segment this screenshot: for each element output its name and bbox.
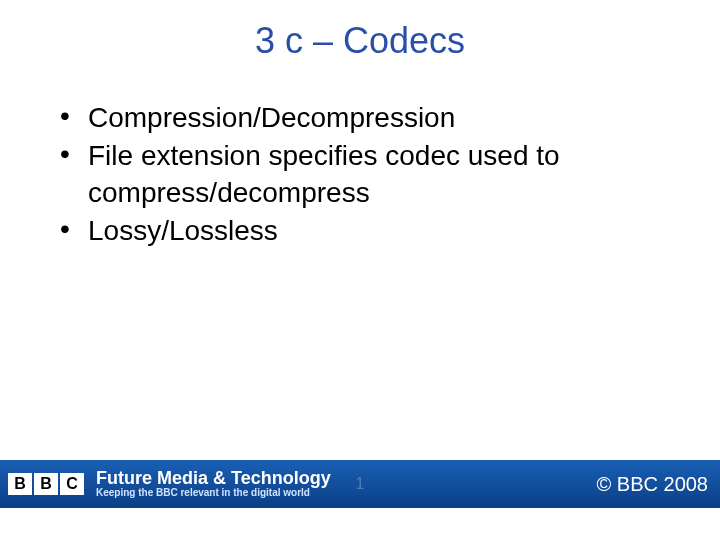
bbc-logo-letter: B bbox=[34, 473, 58, 495]
footer-sub-line: Keeping the BBC relevant in the digital … bbox=[96, 488, 331, 499]
slide-number: 1 bbox=[356, 475, 365, 493]
bullet-text: File extension specifies codec used to c… bbox=[88, 138, 680, 211]
bullet-text: Lossy/Lossless bbox=[88, 213, 680, 249]
bbc-logo-letter: B bbox=[8, 473, 32, 495]
bullet-dot-icon: • bbox=[60, 98, 88, 134]
footer-text-block: Future Media & Technology Keeping the BB… bbox=[96, 469, 331, 498]
bullet-item: • Compression/Decompression bbox=[60, 100, 680, 136]
copyright-text: © BBC 2008 bbox=[597, 473, 720, 496]
footer-bar: B B C Future Media & Technology Keeping … bbox=[0, 460, 720, 508]
bullet-dot-icon: • bbox=[60, 211, 88, 247]
footer-main-line: Future Media & Technology bbox=[96, 469, 331, 488]
bbc-logo-letter: C bbox=[60, 473, 84, 495]
slide-title: 3 c – Codecs bbox=[0, 20, 720, 62]
slide-body: • Compression/Decompression • File exten… bbox=[60, 100, 680, 252]
slide: 3 c – Codecs • Compression/Decompression… bbox=[0, 0, 720, 540]
bullet-item: • Lossy/Lossless bbox=[60, 213, 680, 249]
bullet-dot-icon: • bbox=[60, 136, 88, 172]
bullet-item: • File extension specifies codec used to… bbox=[60, 138, 680, 211]
bullet-text: Compression/Decompression bbox=[88, 100, 680, 136]
bbc-logo: B B C bbox=[8, 473, 84, 495]
